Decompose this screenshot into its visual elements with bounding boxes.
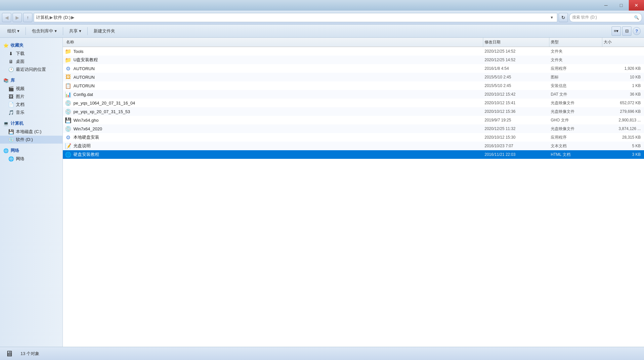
titlebar: ─ □ ✕	[0, 0, 644, 11]
titlebar-buttons: ─ □ ✕	[598, 0, 644, 11]
view-options-button[interactable]: ≡▾	[612, 26, 621, 36]
app-icon: 🖥	[3, 348, 15, 360]
table-row[interactable]: 💿 Win7x64_2020 2020/12/25 11:32 光盘映像文件 3…	[63, 124, 644, 133]
table-row[interactable]: 🌐 硬盘安装教程 2016/11/21 22:03 HTML 文档 3 KB	[63, 150, 644, 159]
address-dropdown-button[interactable]: ▾	[548, 14, 555, 21]
computer-header-icon: 💻	[3, 121, 9, 126]
table-row[interactable]: 💾 Win7x64.gho 2019/9/7 19:25 GHO 文件 2,90…	[63, 116, 644, 124]
preview-pane-button[interactable]: ⊟	[622, 26, 631, 36]
statusbar: 🖥 13 个对象	[0, 347, 644, 360]
file-date: 2019/9/7 19:25	[483, 118, 549, 122]
help-button[interactable]: ?	[633, 27, 641, 35]
file-name-text: 本地硬盘安装	[73, 134, 99, 140]
file-size: 1 KB	[602, 83, 642, 88]
address-bar-area: ◀ ▶ ↑ 计算机 ▶ 软件 (D:) ▶ ▾ ↻ 搜索 软件 (D:) 🔍	[0, 11, 644, 24]
table-row[interactable]: 📝 光盘说明 2016/10/23 7:07 文本文档 5 KB	[63, 142, 644, 150]
table-row[interactable]: 📁 Tools 2020/12/25 14:52 文件夹	[63, 47, 644, 56]
file-name-text: 光盘说明	[73, 143, 91, 149]
sidebar-label-drive-c: 本地磁盘 (C:)	[16, 129, 41, 135]
file-name-cell: 💾 Win7x64.gho	[65, 117, 483, 123]
sidebar-item-drive-c[interactable]: 💾 本地磁盘 (C:)	[0, 128, 63, 136]
file-size: 279,696 KB	[602, 109, 642, 114]
share-button[interactable]: 共享 ▾	[65, 26, 85, 36]
network-label: 网络	[11, 148, 19, 154]
include-library-button[interactable]: 包含到库中 ▾	[28, 26, 61, 36]
file-name-cell: 💿 pe_yqs_xp_20_07_31_15_53	[65, 108, 483, 115]
table-row[interactable]: 💿 pe_yqs_xp_20_07_31_15_53 2020/10/12 15…	[63, 107, 644, 116]
sidebar-item-music[interactable]: 🎵 音乐	[0, 109, 63, 116]
file-type: HTML 文档	[549, 152, 602, 158]
file-size: 3 KB	[602, 152, 642, 157]
file-type: 应用程序	[549, 66, 602, 71]
iso-icon: 💿	[65, 108, 71, 115]
file-name-text: Win7x64.gho	[73, 118, 99, 123]
sidebar-item-network[interactable]: 🌐 网络	[0, 155, 63, 163]
file-date: 2016/1/8 4:54	[483, 66, 549, 71]
new-folder-label: 新建文件夹	[94, 28, 115, 34]
toolbar-separator-2	[63, 27, 63, 35]
minimize-button[interactable]: ─	[598, 0, 614, 11]
col-header-type[interactable]: 类型	[549, 38, 602, 47]
favorites-label: 收藏夹	[11, 42, 23, 48]
col-header-size[interactable]: 大小	[602, 38, 642, 47]
breadcrumb-part-2[interactable]: 软件 (D:)	[54, 15, 70, 21]
table-row[interactable]: 💿 pe_yqs_1064_20_07_31_16_04 2020/10/12 …	[63, 99, 644, 107]
share-dropdown-icon: ▾	[79, 28, 81, 33]
file-size: 3,874,126 ...	[602, 126, 642, 131]
file-size: 5 KB	[602, 144, 642, 148]
sidebar-item-video[interactable]: 🎬 视频	[0, 85, 63, 93]
back-button[interactable]: ◀	[2, 13, 11, 22]
file-list: 📁 Tools 2020/12/25 14:52 文件夹 📁 U盘安装教程 20…	[63, 47, 644, 347]
file-name-text: Tools	[73, 49, 83, 54]
breadcrumb-separator-1: ▶	[50, 15, 53, 20]
file-name-cell: 📊 Config.dat	[65, 91, 483, 98]
sidebar-item-download[interactable]: ⬇ 下载	[0, 50, 63, 58]
pictures-icon: 🖼	[8, 94, 14, 100]
file-date: 2015/5/10 2:45	[483, 83, 549, 88]
file-name-cell: 📁 U盘安装教程	[65, 57, 483, 63]
col-header-modified[interactable]: 修改日期	[483, 38, 549, 47]
sidebar-item-drive-d[interactable]: 💿 软件 (D:)	[0, 136, 63, 144]
refresh-button[interactable]: ↻	[559, 13, 568, 22]
search-icon[interactable]: 🔍	[634, 15, 639, 20]
include-dropdown-icon: ▾	[55, 28, 57, 33]
close-button[interactable]: ✕	[629, 0, 644, 11]
address-box[interactable]: 计算机 ▶ 软件 (D:) ▶ ▾	[34, 13, 557, 22]
preview-icon: ⊟	[625, 28, 629, 33]
file-date: 2020/10/12 15:42	[483, 92, 549, 97]
new-folder-button[interactable]: 新建文件夹	[90, 26, 119, 36]
col-header-name[interactable]: 名称	[65, 38, 483, 47]
file-type: 文件夹	[549, 57, 602, 63]
sidebar-label-video: 视频	[16, 86, 24, 92]
maximize-button[interactable]: □	[614, 0, 629, 11]
sidebar-label-pictures: 图片	[16, 94, 24, 100]
table-row[interactable]: 📊 Config.dat 2020/10/12 15:42 DAT 文件 36 …	[63, 90, 644, 99]
sidebar-item-documents[interactable]: 📄 文档	[0, 101, 63, 109]
network-icon: 🌐	[8, 156, 14, 162]
sidebar-item-desktop[interactable]: 🖥 桌面	[0, 58, 63, 66]
file-name-text: AUTORUN	[73, 66, 95, 71]
search-placeholder-text: 搜索 软件 (D:)	[572, 15, 597, 20]
file-date: 2016/11/21 22:03	[483, 152, 549, 157]
up-button[interactable]: ↑	[23, 13, 32, 22]
forward-button[interactable]: ▶	[13, 13, 22, 22]
organize-button[interactable]: 组织 ▾	[3, 26, 23, 36]
table-row[interactable]: ⚙ AUTORUN 2016/1/8 4:54 应用程序 1,926 KB	[63, 64, 644, 73]
sidebar-section-favorites: ⭐ 收藏夹 ⬇ 下载 🖥 桌面 🕐 最近访问的位置	[0, 41, 63, 73]
search-box[interactable]: 搜索 软件 (D:) 🔍	[569, 13, 642, 22]
breadcrumb-part-1[interactable]: 计算机	[36, 15, 49, 21]
file-name-text: U盘安装教程	[73, 57, 98, 63]
table-row[interactable]: 📁 U盘安装教程 2020/12/25 14:52 文件夹	[63, 56, 644, 64]
sidebar-item-pictures[interactable]: 🖼 图片	[0, 93, 63, 101]
table-row[interactable]: ⚙ 本地硬盘安装 2020/10/12 15:30 应用程序 28,315 KB	[63, 133, 644, 142]
file-name-text: AUTORUN	[73, 83, 95, 88]
file-type: 光盘映像文件	[549, 100, 602, 106]
sidebar-label-documents: 文档	[16, 102, 24, 108]
file-date: 2020/10/12 15:30	[483, 135, 549, 140]
iso-icon: 💿	[65, 125, 71, 132]
table-row[interactable]: 🖼 AUTORUN 2015/5/10 2:45 图标 10 KB	[63, 73, 644, 81]
sidebar-item-recent[interactable]: 🕐 最近访问的位置	[0, 66, 63, 73]
table-row[interactable]: 📋 AUTORUN 2015/5/10 2:45 安装信息 1 KB	[63, 81, 644, 90]
computer-label: 计算机	[11, 120, 23, 126]
column-headers: 名称 修改日期 类型 大小	[63, 38, 644, 47]
